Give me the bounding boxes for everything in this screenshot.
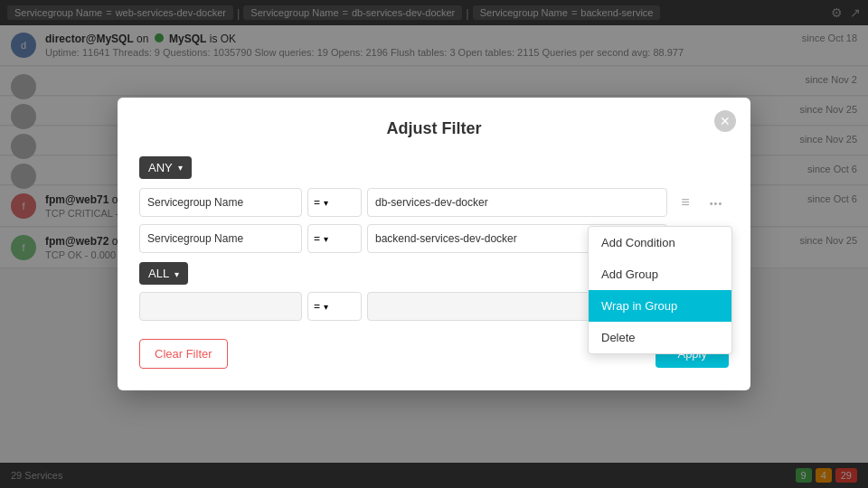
add-condition-label: Add Condition — [601, 236, 675, 249]
filter-lines-button-1[interactable] — [673, 190, 698, 215]
any-select[interactable]: ANY — [139, 156, 192, 179]
modal-overlay: Adjust Filter ✕ ANY = — [0, 0, 868, 488]
clear-filter-button[interactable]: Clear Filter — [139, 339, 228, 369]
sub-filter-field-input[interactable] — [139, 292, 302, 321]
filter-row-1: = — [139, 188, 729, 217]
filter-field-input-1[interactable] — [139, 188, 302, 217]
sub-filter-op[interactable]: = — [307, 292, 362, 321]
wrap-in-group-label: Wrap in Group — [601, 299, 677, 313]
all-select[interactable]: ALL — [139, 262, 188, 285]
chevron-down-icon — [178, 163, 183, 173]
dots-icon — [710, 194, 723, 211]
filter-op-2[interactable]: = — [307, 224, 362, 253]
dropdown-delete[interactable]: Delete — [589, 322, 731, 353]
dropdown-add-condition[interactable]: Add Condition — [589, 227, 731, 258]
adjust-filter-modal: Adjust Filter ✕ ANY = — [118, 98, 750, 390]
filter-value-input-1[interactable] — [367, 188, 667, 217]
dropdown-wrap-in-group[interactable]: Wrap in Group — [589, 290, 731, 322]
modal-title: Adjust Filter — [139, 119, 729, 138]
any-label: ANY — [148, 161, 173, 174]
all-label: ALL — [148, 267, 169, 280]
chevron-down-icon — [324, 232, 328, 245]
modal-close-button[interactable]: ✕ — [714, 110, 736, 132]
dropdown-add-group[interactable]: Add Group — [589, 258, 731, 290]
filter-dropdown-menu: Add Condition Add Group Wrap in Group De… — [588, 226, 732, 354]
add-group-label: Add Group — [601, 267, 658, 281]
filter-dots-button-1[interactable] — [703, 190, 729, 215]
filter-row-2: = Add Condition Add Group Wrap in Group — [139, 224, 729, 253]
filter-field-input-2[interactable] — [139, 224, 302, 253]
chevron-down-icon — [324, 300, 328, 313]
filter-op-1[interactable]: = — [307, 188, 362, 217]
chevron-down-icon — [324, 196, 328, 209]
lines-icon — [681, 194, 689, 211]
chevron-down-icon — [175, 267, 179, 280]
any-row: ANY — [139, 156, 729, 179]
delete-label: Delete — [601, 331, 636, 344]
